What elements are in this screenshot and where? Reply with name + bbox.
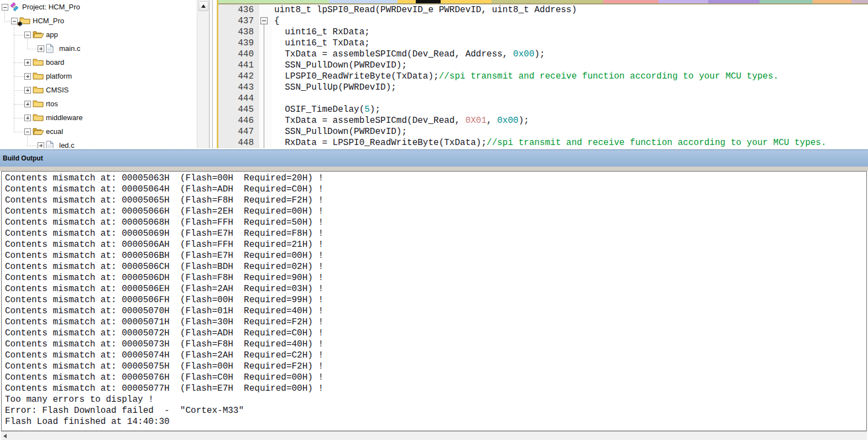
build-output-line: Contents mismatch at: 0000506BH (Flash=E… [5,250,866,261]
fold-line [264,38,264,49]
folder-open-icon [33,127,44,137]
build-output-line: Contents mismatch at: 00005066H (Flash=2… [5,206,866,217]
collapse-minus-toggle[interactable] [24,128,31,135]
build-output-line: Contents mismatch at: 0000506DH (Flash=F… [5,272,866,283]
build-output-hscrollbar[interactable] [1,431,867,440]
panel-splitter[interactable] [209,0,217,148]
code-editor[interactable]: 436uint8_t lpSPI0_Read(PWRDevID_e PWRDev… [217,0,868,148]
fold-line [264,115,264,126]
tree-connector-line [4,21,11,22]
code-text: TxData = assembleSPICmd(Dev_Read, 0X01, … [272,115,529,126]
expand-plus-toggle[interactable] [38,45,44,52]
code-text: uint16_t RxData; [272,27,370,38]
code-text: uint8_t lpSPI0_Read(PWRDevID_e PWRDevID,… [272,4,577,15]
code-line-445: 445 OSIF_TimeDelay(5); [218,104,868,115]
build-output-line: Contents mismatch at: 00005072H (Flash=A… [5,328,866,339]
fold-margin [259,93,272,104]
code-fold-toggle[interactable] [260,17,268,24]
fold-line [264,137,264,148]
build-output-line: Contents mismatch at: 00005074H (Flash=2… [5,350,866,361]
folder-icon [33,85,44,95]
fold-margin [259,126,272,137]
expand-plus-toggle[interactable] [24,73,31,80]
expand-plus-toggle[interactable] [24,101,31,107]
expand-plus-toggle[interactable] [38,142,44,148]
build-output-line: Contents mismatch at: 00005070H (Flash=0… [5,306,866,317]
line-number: 439 [218,38,259,49]
tree-item-project-hcm-pro[interactable]: Project: HCM_Pro [0,1,197,14]
collapse-minus-toggle[interactable] [2,4,8,11]
build-output-line: Error: Flash Download failed - "Cortex-M… [5,405,866,416]
tree-connector-line [14,63,24,63]
code-line-437: 437{ [218,15,868,27]
line-number: 445 [218,104,259,115]
expand-plus-toggle[interactable] [24,59,31,66]
fold-margin [259,104,272,115]
folder-icon [33,113,44,123]
tree-item-label: led.c [59,141,74,148]
line-number: 437 [218,15,259,27]
code-line-442: 442 LPSPI0_ReadWriteByte(TxData);//spi t… [218,71,868,82]
folder-icon [33,99,44,109]
target-icon [9,2,20,12]
line-number: 447 [218,126,259,137]
code-line-440: 440 TxData = assembleSPICmd(Dev_Read, Ad… [218,49,868,60]
tree-item-main-c[interactable]: main.c [0,42,197,56]
build-output-line: Contents mismatch at: 0000506EH (Flash=2… [5,283,866,294]
collapse-minus-toggle[interactable] [24,32,31,38]
expand-plus-toggle[interactable] [24,115,31,121]
fold-margin [259,27,272,38]
tree-item-label: ecual [46,127,63,136]
code-area[interactable]: 436uint8_t lpSPI0_Read(PWRDevID_e PWRDev… [218,3,868,148]
line-number: 441 [218,60,259,71]
tree-item-rtos[interactable]: rtos [0,97,197,111]
fold-margin [259,115,272,126]
build-output-line: Contents mismatch at: 00005077H (Flash=E… [5,383,866,394]
tree-item-label: rtos [46,100,58,108]
tree-item-app[interactable]: app [0,28,197,42]
tree-item-cmsis[interactable]: CMSIS [0,84,197,97]
tree-connector-line [14,90,24,91]
tree-item-led-c[interactable]: led.c [0,139,197,148]
code-line-447: 447 SSN_PullDown(PWRDevID); [218,126,868,137]
fold-line [264,60,264,71]
build-output-line: Contents mismatch at: 00005073H (Flash=F… [5,339,866,350]
build-output-line: Contents mismatch at: 00005065H (Flash=F… [5,195,866,206]
build-target-asterisk-icon: ✱ [17,20,22,28]
expand-plus-toggle[interactable] [24,87,31,94]
code-line-441: 441 SSN_PullDown(PWRDevID); [218,60,868,71]
build-output-title: Build Output [3,154,43,162]
tree-item-platform[interactable]: platform [0,70,197,84]
line-number: 446 [218,115,259,126]
code-text: SSN_PullUp(PWRDevID); [272,82,396,93]
line-number: 443 [218,82,259,93]
tree-item-board[interactable]: board [0,56,197,70]
project-tree-panel: Project: HCM_Pro✱HCM_Proappmain.cboardpl… [0,0,209,148]
scroll-up-button[interactable] [198,1,208,11]
build-output-header[interactable]: Build Output [0,149,868,167]
tree-connector-line [14,104,24,105]
tree-item-middleware[interactable]: middleware [0,111,197,125]
code-line-444: 444 [218,93,868,104]
build-output-line: Contents mismatch at: 00005064H (Flash=A… [5,184,866,195]
fold-margin [259,4,272,15]
tree-item-ecual[interactable]: ecual [0,125,197,139]
code-text: SSN_PullDown(PWRDevID); [272,126,407,137]
build-output-content: Contents mismatch at: 00005063H (Flash=0… [1,171,867,431]
build-output-line: Contents mismatch at: 00005075H (Flash=0… [5,361,866,372]
scroll-left-button[interactable] [2,433,10,439]
fold-line [264,71,264,82]
line-number: 440 [218,49,259,60]
build-output-line: Contents mismatch at: 0000506FH (Flash=0… [5,294,866,306]
tree-item-hcm-pro[interactable]: ✱HCM_Pro [0,14,197,28]
tree-connector-line [27,146,38,146]
project-tree[interactable]: Project: HCM_Pro✱HCM_Proappmain.cboardpl… [0,0,197,148]
tree-item-label: CMSIS [46,86,69,94]
code-line-448: 448 RxData = LPSPI0_ReadWriteByte(TxData… [218,137,868,148]
project-tree-vscrollbar[interactable] [197,0,209,148]
arrow-left-icon [3,434,7,438]
code-text: RxData = LPSPI0_ReadWriteByte(TxData);//… [272,137,827,148]
fold-margin [259,71,272,82]
code-text: uint16_t TxData; [272,38,370,49]
code-text: OSIF_TimeDelay(5); [272,104,380,115]
